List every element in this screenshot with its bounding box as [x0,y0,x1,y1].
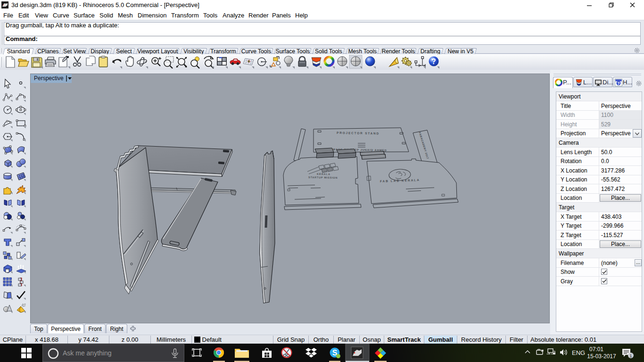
svg-text:07:01: 07:01 [589,346,603,353]
svg-text:KERALA: KERALA [317,173,330,176]
svg-text:?: ? [617,81,620,86]
svg-text:STARTUP MISSION: STARTUP MISSION [308,176,338,179]
svg-text:1: 1 [629,353,632,358]
svg-text:ENG: ENG [572,349,585,356]
svg-text:15-03-2017: 15-03-2017 [587,353,616,360]
svg-text:?: ? [431,58,436,66]
